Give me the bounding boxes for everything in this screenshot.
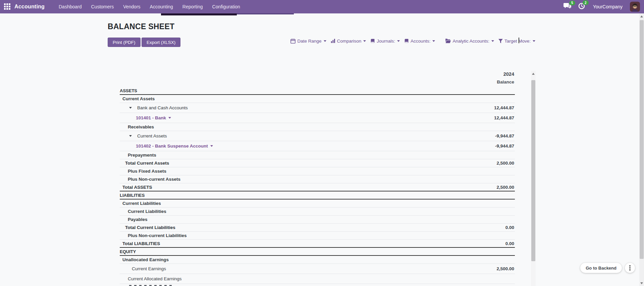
table-row: Plus Non-current Assets	[120, 175, 515, 183]
chevron-down-icon	[397, 40, 400, 42]
table-row[interactable]: 101402 - Bank Suspense Account-9,944.87	[120, 141, 515, 151]
filter-label: Date Range	[297, 39, 321, 44]
row-label: Total Current Assets	[125, 161, 169, 166]
balance-value: 0.00	[505, 241, 515, 246]
report-scrollbar-thumb[interactable]	[531, 80, 535, 261]
table-row: Total Current Assets2,500.00	[120, 159, 515, 167]
filter-label: Comparison	[337, 39, 362, 44]
table-row: Plus Non-current Liabilities	[120, 232, 515, 240]
caret-down-icon[interactable]	[129, 107, 132, 109]
window-scroll-up-arrow-icon[interactable]	[640, 15, 643, 17]
table-body: ASSETSCurrent AssetsBank and Cash Accoun…	[120, 87, 515, 286]
row-label[interactable]: Bank and Cash Accounts	[137, 105, 188, 110]
menu-item-reporting[interactable]: Reporting	[178, 0, 208, 13]
book-icon	[404, 39, 409, 44]
menu-item-vendors[interactable]: Vendors	[118, 0, 145, 13]
export-xlsx-button[interactable]: Export (XLSX)	[142, 38, 180, 47]
apps-grid-icon[interactable]	[4, 3, 11, 10]
table-row: Prepayments	[120, 151, 515, 159]
row-label: Prepayments	[128, 153, 156, 158]
company-menu[interactable]: YourCompany	[593, 4, 623, 9]
table-row: Total Current Liabilities0.00	[120, 224, 515, 232]
dots-vertical-icon	[629, 265, 631, 267]
table-row: Total LIABILITIES0.00	[120, 240, 515, 248]
table-row: Payables	[120, 216, 515, 224]
backend-more-options-button[interactable]	[625, 263, 635, 273]
app-brand-title[interactable]: Accounting	[14, 4, 45, 10]
table-row: Plus Fixed Assets	[120, 167, 515, 175]
row-label: Current Liabilities	[122, 201, 161, 206]
table-row	[120, 284, 515, 286]
column-header-year: 2024	[120, 70, 514, 78]
table-row[interactable]: Current Assets-9,944.87	[120, 131, 515, 141]
table-row: ASSETS	[120, 87, 515, 95]
systray: 5 2 YourCompany	[564, 2, 644, 12]
print-pdf-button[interactable]: Print (PDF)	[108, 38, 141, 47]
menu-item-dashboard[interactable]: Dashboard	[54, 0, 87, 13]
table-row: Current Liabilities	[120, 208, 515, 216]
table-row: EQUITY	[120, 248, 515, 256]
row-label: Total ASSETS	[122, 185, 152, 190]
balance-value: 12,444.87	[494, 115, 515, 120]
filter-label: Target Move:	[504, 39, 531, 44]
calendar-icon	[290, 39, 296, 44]
filter-label: Analytic Accounts:	[452, 39, 489, 44]
menu-item-customers[interactable]: Customers	[87, 0, 119, 13]
menu-item-accounting[interactable]: Accounting	[145, 0, 178, 13]
caret-down-icon[interactable]	[129, 135, 132, 137]
report-scrollbar[interactable]	[531, 71, 536, 286]
row-label: Total LIABILITIES	[122, 241, 160, 246]
table-header: 2024 Balance	[120, 70, 515, 87]
user-avatar[interactable]	[630, 2, 640, 12]
row-label: Unallocated Earnings	[122, 257, 169, 262]
table-row: LIABILITIES	[120, 191, 515, 199]
window-scrollbar[interactable]	[639, 13, 644, 286]
top-navbar: Accounting DashboardCustomersVendorsAcco…	[0, 0, 644, 13]
balance-value: 2,500.00	[496, 266, 515, 271]
navbar-shadow-artifact	[161, 13, 237, 15]
balance-value: -9,944.87	[495, 133, 515, 138]
page-title: BALANCE SHEET	[108, 22, 174, 31]
balance-value: 12,444.87	[494, 105, 515, 110]
chevron-down-icon	[324, 40, 326, 42]
table-row: Current Allocated Earnings	[120, 274, 515, 284]
account-link[interactable]: 101401 - Bank	[136, 115, 166, 120]
table-row[interactable]: 101401 - Bank12,444.87	[120, 113, 515, 123]
filter-analytic-accounts[interactable]: Analytic Accounts:	[445, 39, 494, 44]
table-row: Total ASSETS2,500.00	[120, 183, 515, 191]
row-label: Current Earnings	[132, 266, 166, 271]
chevron-down-icon	[533, 40, 535, 42]
filter-label: Accounts:	[411, 39, 430, 44]
table-row[interactable]: Bank and Cash Accounts12,444.87	[120, 103, 515, 113]
window-scroll-down-arrow-icon[interactable]	[640, 282, 643, 284]
go-to-backend-button[interactable]: Go to Backend	[580, 263, 622, 273]
scroll-up-arrow-icon[interactable]	[532, 73, 535, 75]
navbar-shadow-artifact-thin	[237, 13, 294, 14]
row-label: LIABILITIES	[120, 193, 145, 198]
activities-badge: 2	[583, 0, 589, 5]
messages-button[interactable]: 5	[564, 3, 572, 11]
filter-accounts[interactable]: Accounts:	[404, 39, 435, 44]
filter-comparison[interactable]: Comparison	[331, 39, 366, 44]
activities-button[interactable]: 2	[578, 3, 585, 11]
account-link[interactable]: 101402 - Bank Suspense Account	[136, 144, 208, 149]
balance-value: 2,500.00	[496, 161, 515, 166]
chevron-down-icon	[432, 40, 435, 42]
balance-value: 0.00	[505, 225, 515, 230]
bar-chart-icon	[331, 39, 335, 43]
row-label[interactable]: Current Assets	[137, 133, 167, 138]
table-row: Current Assets	[120, 95, 515, 103]
table-row: Current Liabilities	[120, 199, 515, 208]
filter-icon	[498, 39, 503, 43]
row-label: EQUITY	[120, 249, 136, 254]
caret-down-icon[interactable]	[210, 145, 213, 147]
folder-icon	[445, 39, 451, 43]
menu-item-configuration[interactable]: Configuration	[208, 0, 245, 13]
filter-journals[interactable]: Journals:	[370, 39, 400, 44]
table-row: Current Earnings2,500.00	[120, 264, 515, 274]
book-icon	[370, 39, 375, 44]
filter-target-move[interactable]: Target Move:	[498, 39, 535, 44]
caret-down-icon[interactable]	[168, 117, 171, 119]
filter-date-range[interactable]: Date Range	[290, 39, 326, 44]
window-scrollbar-thumb[interactable]	[640, 20, 644, 259]
